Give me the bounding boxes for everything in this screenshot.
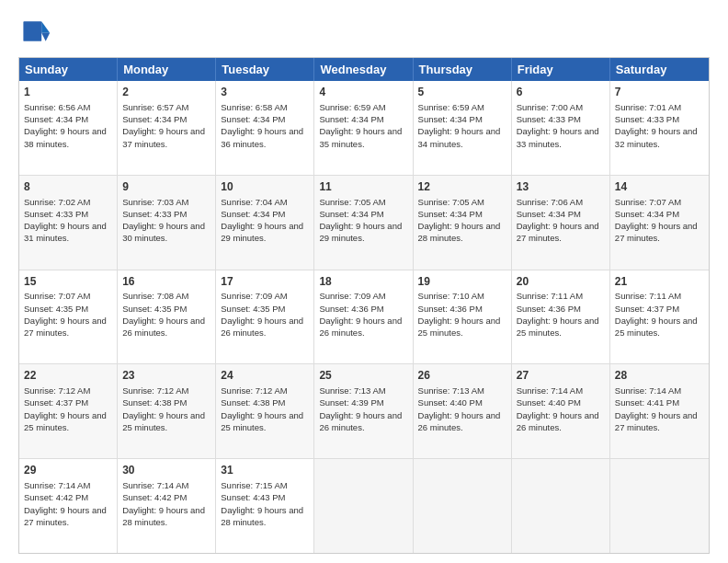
day-number: 30 [122,463,210,478]
day-number: 3 [221,85,309,100]
calendar-cell: 9Sunrise: 7:03 AMSunset: 4:33 PMDaylight… [118,176,216,270]
day-number: 5 [418,85,506,100]
day-info: Sunrise: 7:10 AMSunset: 4:36 PMDaylight:… [418,290,506,339]
day-number: 4 [319,85,407,100]
calendar-cell: 7Sunrise: 7:01 AMSunset: 4:33 PMDaylight… [610,81,709,175]
day-number: 11 [319,179,407,195]
calendar-week-1: 1Sunrise: 6:56 AMSunset: 4:34 PMDaylight… [19,81,709,176]
day-info: Sunrise: 7:14 AMSunset: 4:40 PMDaylight:… [517,385,605,433]
calendar-week-5: 29Sunrise: 7:14 AMSunset: 4:42 PMDayligh… [19,459,709,553]
calendar-cell: 28Sunrise: 7:14 AMSunset: 4:41 PMDayligh… [610,364,709,458]
day-number: 14 [615,179,704,195]
header-day-monday: Monday [118,58,216,81]
calendar-cell: 31Sunrise: 7:15 AMSunset: 4:43 PMDayligh… [216,459,314,553]
calendar-cell: 27Sunrise: 7:14 AMSunset: 4:40 PMDayligh… [512,364,610,458]
day-info: Sunrise: 7:02 AMSunset: 4:33 PMDaylight:… [24,196,112,245]
day-number: 13 [517,179,605,195]
calendar-cell: 25Sunrise: 7:13 AMSunset: 4:39 PMDayligh… [314,364,413,458]
calendar-cell [512,459,610,553]
calendar-week-2: 8Sunrise: 7:02 AMSunset: 4:33 PMDaylight… [19,176,709,270]
day-info: Sunrise: 7:09 AMSunset: 4:36 PMDaylight:… [319,290,407,339]
day-number: 27 [517,368,605,384]
calendar-cell: 14Sunrise: 7:07 AMSunset: 4:34 PMDayligh… [610,176,709,270]
day-info: Sunrise: 7:14 AMSunset: 4:41 PMDaylight:… [615,385,704,433]
day-info: Sunrise: 7:13 AMSunset: 4:40 PMDaylight:… [418,385,506,433]
day-number: 22 [24,368,112,384]
calendar-cell: 29Sunrise: 7:14 AMSunset: 4:42 PMDayligh… [19,459,118,553]
day-number: 29 [24,463,112,478]
day-info: Sunrise: 7:12 AMSunset: 4:38 PMDaylight:… [221,385,309,433]
calendar-cell: 16Sunrise: 7:08 AMSunset: 4:35 PMDayligh… [118,270,216,364]
day-info: Sunrise: 7:14 AMSunset: 4:42 PMDaylight:… [24,479,112,528]
calendar-cell: 5Sunrise: 6:59 AMSunset: 4:34 PMDaylight… [414,81,512,175]
calendar-body: 1Sunrise: 6:56 AMSunset: 4:34 PMDaylight… [19,81,709,553]
calendar-cell: 3Sunrise: 6:58 AMSunset: 4:34 PMDaylight… [216,81,314,175]
calendar-cell: 26Sunrise: 7:13 AMSunset: 4:40 PMDayligh… [414,364,512,458]
calendar-cell: 1Sunrise: 6:56 AMSunset: 4:34 PMDaylight… [19,81,118,175]
day-number: 12 [418,179,506,195]
day-info: Sunrise: 7:14 AMSunset: 4:42 PMDaylight:… [122,479,210,528]
day-info: Sunrise: 6:59 AMSunset: 4:34 PMDaylight:… [319,101,407,150]
calendar-week-3: 15Sunrise: 7:07 AMSunset: 4:35 PMDayligh… [19,270,709,365]
calendar-cell: 19Sunrise: 7:10 AMSunset: 4:36 PMDayligh… [414,270,512,364]
day-number: 19 [418,274,506,290]
calendar-cell: 17Sunrise: 7:09 AMSunset: 4:35 PMDayligh… [216,270,314,364]
calendar-cell: 30Sunrise: 7:14 AMSunset: 4:42 PMDayligh… [118,459,216,553]
day-number: 8 [24,179,112,195]
day-info: Sunrise: 6:59 AMSunset: 4:34 PMDaylight:… [418,101,506,150]
day-info: Sunrise: 6:57 AMSunset: 4:34 PMDaylight:… [122,101,210,150]
header-day-friday: Friday [512,58,610,81]
calendar-cell: 13Sunrise: 7:06 AMSunset: 4:34 PMDayligh… [512,176,610,270]
svg-marker-1 [41,33,50,41]
calendar-week-4: 22Sunrise: 7:12 AMSunset: 4:37 PMDayligh… [19,364,709,459]
page: SundayMondayTuesdayWednesdayThursdayFrid… [0,0,728,563]
day-info: Sunrise: 7:11 AMSunset: 4:37 PMDaylight:… [615,290,704,339]
calendar: SundayMondayTuesdayWednesdayThursdayFrid… [18,57,710,554]
day-info: Sunrise: 7:00 AMSunset: 4:33 PMDaylight:… [517,101,605,150]
day-number: 21 [615,274,704,290]
calendar-cell: 10Sunrise: 7:04 AMSunset: 4:34 PMDayligh… [216,176,314,270]
calendar-cell: 20Sunrise: 7:11 AMSunset: 4:36 PMDayligh… [512,270,610,364]
calendar-cell: 21Sunrise: 7:11 AMSunset: 4:37 PMDayligh… [610,270,709,364]
day-number: 15 [24,274,112,290]
day-info: Sunrise: 7:08 AMSunset: 4:35 PMDaylight:… [122,290,210,339]
day-info: Sunrise: 7:12 AMSunset: 4:37 PMDaylight:… [24,385,112,433]
calendar-cell: 4Sunrise: 6:59 AMSunset: 4:34 PMDaylight… [314,81,413,175]
calendar-cell: 23Sunrise: 7:12 AMSunset: 4:38 PMDayligh… [118,364,216,458]
logo [18,15,57,48]
day-number: 7 [615,85,704,100]
calendar-cell: 11Sunrise: 7:05 AMSunset: 4:34 PMDayligh… [314,176,413,270]
header-day-saturday: Saturday [610,58,709,81]
day-info: Sunrise: 6:58 AMSunset: 4:34 PMDaylight:… [221,101,309,150]
calendar-cell: 24Sunrise: 7:12 AMSunset: 4:38 PMDayligh… [216,364,314,458]
calendar-cell: 15Sunrise: 7:07 AMSunset: 4:35 PMDayligh… [19,270,118,364]
day-number: 24 [221,368,309,384]
day-number: 1 [24,85,112,100]
calendar-cell: 22Sunrise: 7:12 AMSunset: 4:37 PMDayligh… [19,364,118,458]
calendar-cell [414,459,512,553]
day-number: 23 [122,368,210,384]
day-number: 18 [319,274,407,290]
calendar-cell: 8Sunrise: 7:02 AMSunset: 4:33 PMDaylight… [19,176,118,270]
day-info: Sunrise: 7:07 AMSunset: 4:34 PMDaylight:… [615,196,704,245]
day-info: Sunrise: 7:01 AMSunset: 4:33 PMDaylight:… [615,101,704,150]
day-number: 31 [221,463,309,478]
svg-rect-2 [23,21,41,41]
calendar-cell: 2Sunrise: 6:57 AMSunset: 4:34 PMDaylight… [118,81,216,175]
day-info: Sunrise: 7:15 AMSunset: 4:43 PMDaylight:… [221,479,309,528]
day-number: 17 [221,274,309,290]
calendar-cell: 12Sunrise: 7:05 AMSunset: 4:34 PMDayligh… [414,176,512,270]
day-info: Sunrise: 7:11 AMSunset: 4:36 PMDaylight:… [517,290,605,339]
day-info: Sunrise: 7:03 AMSunset: 4:33 PMDaylight:… [122,196,210,245]
day-number: 26 [418,368,506,384]
day-number: 2 [122,85,210,100]
day-info: Sunrise: 7:09 AMSunset: 4:35 PMDaylight:… [221,290,309,339]
logo-icon [18,15,51,48]
day-info: Sunrise: 7:05 AMSunset: 4:34 PMDaylight:… [319,196,407,245]
day-number: 16 [122,274,210,290]
day-info: Sunrise: 7:05 AMSunset: 4:34 PMDaylight:… [418,196,506,245]
day-info: Sunrise: 7:04 AMSunset: 4:34 PMDaylight:… [221,196,309,245]
day-info: Sunrise: 7:13 AMSunset: 4:39 PMDaylight:… [319,385,407,433]
day-info: Sunrise: 7:06 AMSunset: 4:34 PMDaylight:… [517,196,605,245]
day-number: 10 [221,179,309,195]
